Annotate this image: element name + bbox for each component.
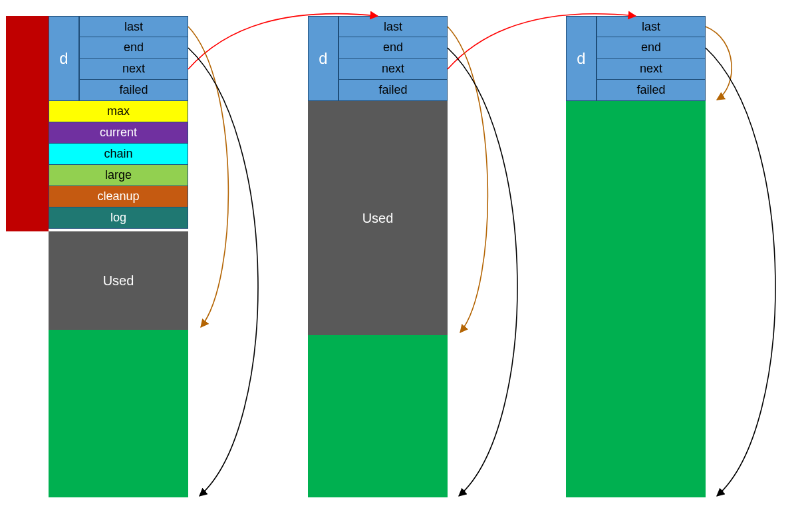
field-next: next [338,59,448,80]
used-label: Used [362,211,394,226]
memory-column-1: d last end next failed Used [308,16,448,497]
prop-large: large [49,165,188,186]
prop-log: log [49,207,188,229]
field-end: end [79,37,188,59]
d-label-block: d [566,16,597,101]
memory-column-0: d last end next failed max current chain… [49,16,188,497]
arrow-last-col0 [188,27,228,327]
field-failed: failed [338,80,448,101]
field-last: last [597,16,706,37]
header-fields: last end next failed [338,16,448,101]
prop-max: max [49,101,188,122]
field-end: end [338,37,448,59]
header-fields: last end next failed [597,16,706,101]
free-block-0 [49,330,188,497]
used-block-1: Used [308,101,448,335]
d-label-text: d [59,49,68,68]
d-label-block: d [308,16,338,101]
diagram-canvas: d last end next failed max current chain… [0,0,812,508]
memory-column-2: d last end next failed [566,16,706,497]
field-end: end [597,37,706,59]
used-block-0: Used [49,231,188,330]
used-label: Used [103,273,134,289]
field-next: next [597,59,706,80]
red-sidebar [6,16,49,231]
field-next: next [79,59,188,80]
arrow-end-col0 [188,48,258,496]
d-label-text: d [319,49,327,68]
header-fields: last end next failed [79,16,188,101]
free-block-1 [308,335,448,497]
arrow-last-col2 [706,27,732,100]
d-label-block: d [49,16,79,101]
arrow-end-col2 [706,48,775,496]
prop-chain: chain [49,144,188,165]
field-last: last [79,16,188,37]
free-block-2 [566,101,706,497]
field-failed: failed [79,80,188,101]
prop-cleanup: cleanup [49,186,188,207]
d-label-text: d [577,49,585,68]
prop-current: current [49,122,188,144]
field-last: last [338,16,448,37]
arrow-end-col1 [448,48,517,496]
field-failed: failed [597,80,706,101]
arrow-last-col1 [448,27,487,332]
